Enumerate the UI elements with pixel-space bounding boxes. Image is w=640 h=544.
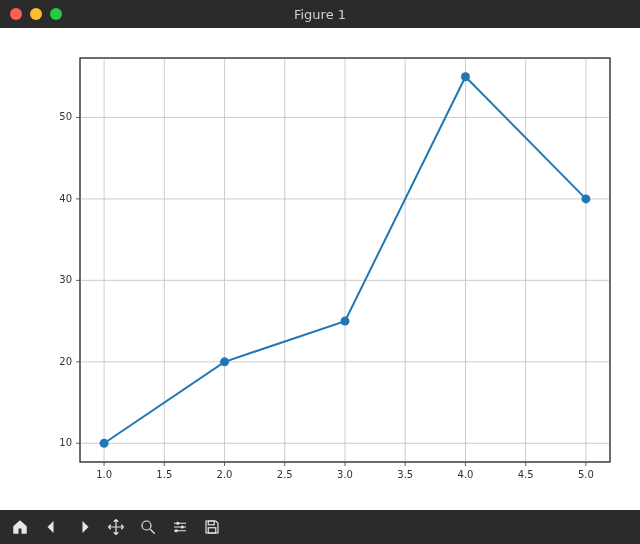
sliders-icon	[171, 518, 189, 536]
svg-point-3	[175, 529, 178, 532]
svg-point-0	[142, 521, 151, 530]
zoom-button[interactable]	[132, 512, 164, 542]
y-tick-label: 40	[59, 193, 72, 204]
x-tick-label: 1.0	[96, 469, 112, 480]
svg-point-1	[176, 522, 179, 525]
home-button[interactable]	[4, 512, 36, 542]
arrow-right-icon	[75, 518, 93, 536]
x-tick-label: 4.5	[518, 469, 534, 480]
y-tick-label: 20	[59, 356, 72, 367]
arrow-left-icon	[43, 518, 61, 536]
configure-button[interactable]	[164, 512, 196, 542]
x-tick-label: 2.5	[277, 469, 293, 480]
y-tick-label: 10	[59, 437, 72, 448]
x-tick-label: 3.0	[337, 469, 353, 480]
data-marker	[341, 317, 350, 326]
titlebar: Figure 1	[0, 0, 640, 28]
window-controls	[10, 8, 62, 20]
magnify-icon	[139, 518, 157, 536]
save-icon	[203, 518, 221, 536]
y-tick-label: 30	[59, 274, 72, 285]
figure-window: Figure 1 1.01.52.02.53.03.54.04.55.01020…	[0, 0, 640, 544]
data-marker	[100, 439, 109, 448]
minimize-icon[interactable]	[30, 8, 42, 20]
forward-button[interactable]	[68, 512, 100, 542]
x-tick-label: 2.0	[217, 469, 233, 480]
window-title: Figure 1	[294, 7, 346, 22]
move-icon	[107, 518, 125, 536]
svg-rect-4	[208, 521, 214, 525]
pan-button[interactable]	[100, 512, 132, 542]
x-tick-label: 5.0	[578, 469, 594, 480]
x-tick-label: 3.5	[397, 469, 413, 480]
plot-area[interactable]: 1.01.52.02.53.03.54.04.55.01020304050	[0, 28, 640, 510]
y-tick-label: 50	[59, 111, 72, 122]
x-tick-label: 1.5	[156, 469, 172, 480]
mpl-toolbar	[0, 510, 640, 544]
back-button[interactable]	[36, 512, 68, 542]
data-marker	[581, 194, 590, 203]
line-chart: 1.01.52.02.53.03.54.04.55.01020304050	[0, 28, 640, 510]
data-marker	[220, 357, 229, 366]
zoom-window-icon[interactable]	[50, 8, 62, 20]
data-marker	[461, 72, 470, 81]
svg-point-2	[181, 526, 184, 529]
save-button[interactable]	[196, 512, 228, 542]
home-icon	[11, 518, 29, 536]
x-tick-label: 4.0	[458, 469, 474, 480]
svg-rect-5	[208, 528, 216, 533]
close-icon[interactable]	[10, 8, 22, 20]
